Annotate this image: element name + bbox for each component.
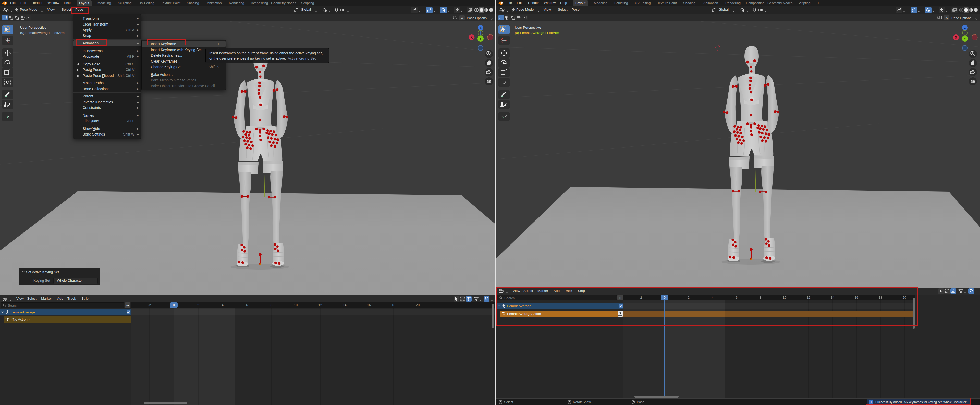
svg-text:Y: Y [479,37,482,41]
svg-text:Z: Z [479,26,481,30]
svg-text:X: X [955,36,957,39]
svg-text:Z: Z [964,26,966,30]
svg-text:X: X [471,36,473,39]
svg-text:Y: Y [964,37,966,41]
